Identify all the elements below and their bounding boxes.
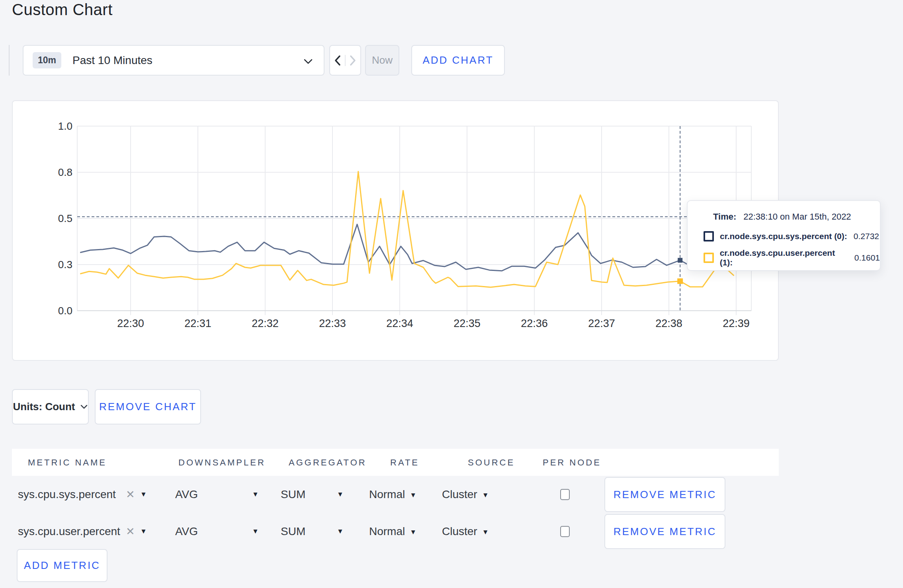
toolbar-divider <box>9 45 10 76</box>
chart-card: 22:3022:3122:3222:3322:3422:3522:3622:37… <box>12 100 779 361</box>
header-source: SOURCE <box>468 458 515 468</box>
y-tick-label: 0.5 <box>58 212 72 224</box>
timeframe-label: Past 10 Minutes <box>72 54 152 67</box>
header-rate: RATE <box>390 458 419 468</box>
downsampler-value[interactable]: AVG <box>175 525 198 538</box>
downsampler-caret-icon[interactable]: ▼ <box>252 528 259 535</box>
tooltip-series-row: cr.node.sys.cpu.sys.percent (0): 0.2732 <box>704 231 879 241</box>
metric-dropdown-caret-icon[interactable]: ▼ <box>140 528 147 535</box>
metrics-table-header: METRIC NAME DOWNSAMPLER AGGREGATOR RATE … <box>12 449 779 476</box>
source-caret-icon: ▼ <box>482 491 489 499</box>
remove-metric-button[interactable]: REMOVE METRIC <box>604 514 725 549</box>
timeseries-chart[interactable]: 22:3022:3122:3222:3322:3422:3522:3622:37… <box>13 101 778 360</box>
per-node-checkbox[interactable] <box>560 526 570 537</box>
units-select[interactable]: Units: Count <box>12 389 89 424</box>
x-tick-label: 22:32 <box>252 317 279 329</box>
metric-name-value[interactable]: sys.cpu.user.percent <box>18 525 120 538</box>
series-line <box>80 224 733 271</box>
chevron-down-icon <box>80 405 88 409</box>
metric-row: sys.cpu.user.percent ✕ ▼ AVG ▼ SUM ▼ Nor… <box>12 514 779 549</box>
tooltip-series-value: 0.1601 <box>854 253 880 263</box>
x-tick-label: 22:30 <box>117 317 144 329</box>
source-select[interactable]: Cluster▼ <box>442 525 489 538</box>
remove-chart-button[interactable]: REMOVE CHART <box>95 389 201 424</box>
y-tick-label: 1.0 <box>58 120 72 132</box>
series-line <box>80 171 734 287</box>
metric-dropdown-caret-icon[interactable]: ▼ <box>140 491 147 498</box>
y-tick-label: 0.8 <box>58 166 72 178</box>
series-user-swatch-icon <box>704 253 714 263</box>
per-node-checkbox[interactable] <box>560 489 570 500</box>
next-time-button[interactable] <box>346 55 360 66</box>
page-title: Custom Chart <box>12 1 113 19</box>
now-button[interactable]: Now <box>365 45 399 76</box>
x-tick-label: 22:37 <box>588 317 615 329</box>
x-tick-label: 22:31 <box>184 317 211 329</box>
units-label: Units: Count <box>13 401 75 413</box>
y-tick-label: 0.3 <box>58 259 72 271</box>
source-value: Cluster <box>442 488 477 500</box>
header-metric-name: METRIC NAME <box>28 458 107 468</box>
header-per-node: PER NODE <box>543 458 601 468</box>
x-tick-label: 22:36 <box>521 317 548 329</box>
rate-select[interactable]: Normal▼ <box>369 488 416 501</box>
source-select[interactable]: Cluster▼ <box>442 488 489 501</box>
hover-dot <box>677 278 683 284</box>
rate-value: Normal <box>369 525 405 537</box>
header-downsampler: DOWNSAMPLER <box>178 458 266 468</box>
custom-chart-page: { "page": {"title": "Custom Chart"}, "to… <box>0 0 903 588</box>
x-tick-label: 22:39 <box>723 317 750 329</box>
x-tick-label: 22:33 <box>319 317 346 329</box>
add-chart-button[interactable]: ADD CHART <box>411 45 505 76</box>
hover-dot <box>678 258 682 263</box>
add-metric-button[interactable]: ADD METRIC <box>17 549 108 582</box>
series-sys-swatch-icon <box>704 231 714 241</box>
tooltip-time-label: Time: <box>713 212 736 222</box>
tooltip-series-name: cr.node.sys.cpu.user.percent (1): <box>720 248 848 267</box>
remove-metric-x-icon[interactable]: ✕ <box>126 488 135 501</box>
x-tick-label: 22:34 <box>386 317 413 329</box>
tooltip-series-name: cr.node.sys.cpu.sys.percent (0): <box>720 232 847 241</box>
tooltip-series-value: 0.2732 <box>854 232 879 241</box>
tooltip-series-row: cr.node.sys.cpu.user.percent (1): 0.1601 <box>704 253 880 263</box>
downsampler-value[interactable]: AVG <box>175 488 198 501</box>
header-aggregator: AGGREGATOR <box>289 458 367 468</box>
rate-value: Normal <box>369 488 405 500</box>
y-tick-label: 0.0 <box>58 305 72 317</box>
x-tick-label: 22:38 <box>655 317 682 329</box>
metric-row: sys.cpu.sys.percent ✕ ▼ AVG ▼ SUM ▼ Norm… <box>12 477 779 512</box>
remove-metric-x-icon[interactable]: ✕ <box>126 525 135 538</box>
tooltip-time: Time:22:38:10 on Mar 15th, 2022 <box>713 212 851 222</box>
x-tick-label: 22:35 <box>453 317 481 329</box>
downsampler-caret-icon[interactable]: ▼ <box>252 491 259 498</box>
rate-caret-icon: ▼ <box>410 528 416 536</box>
rate-caret-icon: ▼ <box>410 491 416 499</box>
aggregator-value[interactable]: SUM <box>281 488 305 501</box>
aggregator-value[interactable]: SUM <box>281 525 305 538</box>
timeframe-badge: 10m <box>33 52 61 68</box>
timeframe-select[interactable]: 10m Past 10 Minutes <box>23 45 324 76</box>
source-value: Cluster <box>442 525 477 537</box>
prev-time-button[interactable] <box>330 55 346 66</box>
aggregator-caret-icon[interactable]: ▼ <box>337 528 344 535</box>
metric-name-value[interactable]: sys.cpu.sys.percent <box>18 488 116 501</box>
chevron-down-icon <box>304 58 313 66</box>
remove-metric-button[interactable]: REMOVE METRIC <box>604 477 725 512</box>
rate-select[interactable]: Normal▼ <box>369 525 416 538</box>
source-caret-icon: ▼ <box>482 528 489 536</box>
time-step-buttons <box>329 45 361 76</box>
aggregator-caret-icon[interactable]: ▼ <box>337 491 344 498</box>
chart-tooltip: Time:22:38:10 on Mar 15th, 2022 cr.node.… <box>687 200 881 271</box>
tooltip-time-value: 22:38:10 on Mar 15th, 2022 <box>743 212 851 222</box>
